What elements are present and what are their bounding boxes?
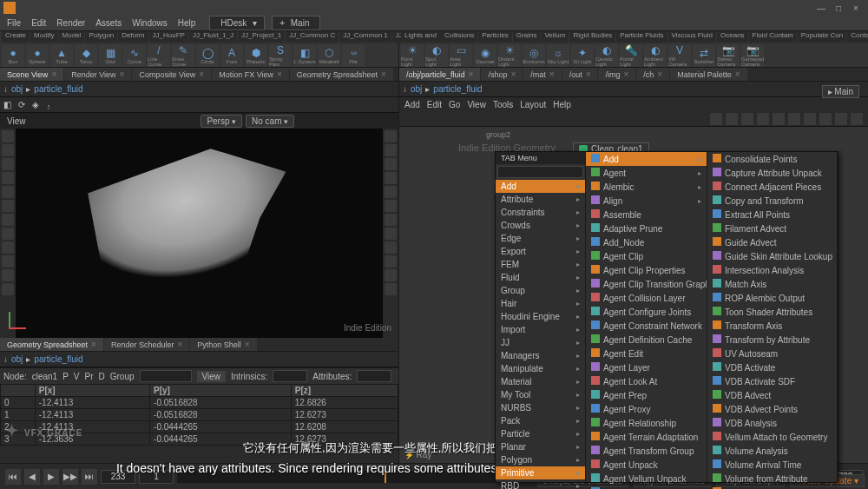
shelf-icon[interactable]: VVR Camera — [668, 44, 691, 67]
tool-icon[interactable] — [2, 241, 14, 254]
prev-frame-button[interactable]: ◀ — [24, 469, 40, 485]
tab-menu-item[interactable]: Agent Clip Properties — [586, 263, 707, 277]
shelf-icon[interactable]: 🔦Portal Light — [620, 44, 642, 67]
net-menu-item[interactable]: Go — [449, 100, 460, 109]
table-row[interactable]: 3-12.3636-0.044426512.6273 — [1, 433, 398, 446]
tab-menu-item[interactable]: Particle▸ — [496, 427, 585, 440]
shelf-icon[interactable]: SSpray Pain — [269, 44, 292, 67]
pane-tab[interactable]: Material Palette× — [670, 68, 746, 81]
tab-menu-search[interactable] — [497, 166, 583, 178]
tool-icon[interactable] — [2, 283, 14, 295]
last-frame-button[interactable]: ⏭ — [82, 469, 97, 485]
tab-menu-item[interactable]: Import▸ — [496, 323, 585, 336]
pane-tab[interactable]: Geometry Spreadsheet× — [0, 338, 103, 351]
pane-tab[interactable]: Render Scheduler× — [104, 338, 189, 351]
net-tool-icon[interactable] — [788, 113, 800, 125]
tab-menu-item[interactable]: VDB Activate SDF — [707, 374, 837, 388]
shelf-tab[interactable]: Rigid Bodies — [569, 31, 615, 43]
shelf-icon[interactable]: ✎Draw Curve — [172, 44, 194, 67]
shelf-tab[interactable]: Grains — [513, 31, 541, 43]
left-path-bar[interactable]: ↓ obj ▸ particle_fluid — [0, 82, 398, 97]
frame-input[interactable] — [101, 470, 135, 484]
net-menu-item[interactable]: Tools — [493, 100, 513, 109]
persp-dropdown[interactable]: Persp ▾ — [201, 115, 242, 128]
tab-menu-item[interactable]: Match Axis — [707, 277, 837, 291]
tab-menu-item[interactable]: Agent Relationship — [586, 416, 707, 430]
shelf-icon[interactable]: ●Box — [2, 44, 24, 67]
net-tool-icon[interactable] — [851, 113, 863, 125]
tool-icon[interactable] — [2, 130, 14, 142]
view-toolbar-icon[interactable]: ◈ — [32, 100, 39, 109]
tab-menu-item[interactable]: Alembic Group — [586, 486, 707, 489]
menu-assets[interactable]: Assets — [92, 18, 125, 28]
shelf-icon[interactable]: ⇄Switcher — [693, 44, 715, 67]
tab-menu-item[interactable]: Vellum Attach to Geometry — [707, 430, 837, 444]
net-path-obj[interactable]: obj — [411, 84, 422, 94]
tool-icon[interactable] — [385, 255, 397, 268]
shelf-icon[interactable]: ▭Area Light — [450, 44, 472, 67]
main-tab-button[interactable]: + Main — [272, 16, 320, 30]
tab-menu-item[interactable]: Filament Advect — [707, 221, 837, 235]
shelf-tab[interactable]: JJ_Project_1 — [238, 31, 285, 43]
shelf-icon[interactable]: ◉Geomet — [474, 44, 496, 67]
path-particle-fluid[interactable]: particle_fluid — [34, 84, 82, 94]
tab-menu-item[interactable]: Add_Node — [586, 235, 707, 249]
tab-menu-item[interactable]: Managers▸ — [496, 349, 585, 362]
shelf-icon[interactable]: 📷Stereo Camera — [717, 44, 740, 67]
tool-icon[interactable] — [385, 269, 397, 281]
tab-menu-item[interactable]: Crowds▸ — [496, 219, 585, 232]
tab-menu-item[interactable]: Capture Attribute Unpack — [707, 166, 837, 180]
tab-menu-item[interactable]: Agent Look At — [586, 374, 707, 388]
tab-menu-item[interactable]: JJ▸ — [496, 336, 585, 349]
tab-menu-item[interactable]: Primitive▸ — [496, 466, 585, 479]
tab-menu-item[interactable]: Volume from Attribute — [707, 472, 837, 486]
tool-icon[interactable] — [385, 283, 397, 295]
pane-tab[interactable]: Motion FX View× — [212, 68, 289, 81]
tab-menu-item[interactable]: Agent Transform Group — [586, 444, 707, 458]
tab-menu-item[interactable]: VDB Advect — [707, 388, 837, 402]
tab-menu-item[interactable]: Hair▸ — [496, 297, 585, 310]
net-menu-item[interactable]: Layout — [520, 100, 546, 109]
spread-path-obj[interactable]: obj — [11, 354, 23, 364]
group-input[interactable] — [140, 370, 192, 382]
tab-menu-item[interactable]: Agent Configure Joints — [586, 305, 707, 319]
tab-menu-item[interactable]: Intersection Analysis — [707, 263, 837, 277]
next-frame-button[interactable]: ▶▶ — [62, 469, 78, 485]
tab-menu-item[interactable]: Polygon▸ — [496, 453, 585, 466]
tab-menu-item[interactable]: Agent▸ — [586, 166, 707, 180]
net-path-bar[interactable]: ↓ obj ▸ particle_fluid ▸ Main — [399, 82, 868, 97]
shelf-icon[interactable]: AFont — [220, 44, 243, 67]
net-tool-icon[interactable] — [726, 113, 738, 125]
pane-tab[interactable]: Geometry Spreadsheet× — [290, 68, 393, 81]
tab-menu-item[interactable]: Agent Constraint Network — [586, 319, 707, 333]
mode-d[interactable]: D — [99, 372, 105, 381]
start-frame-input[interactable] — [139, 470, 174, 484]
intrinsics-input[interactable] — [273, 370, 307, 382]
mode-v[interactable]: V — [74, 372, 80, 381]
shelf-tab[interactable]: JJ_Fluid_1_J — [189, 31, 237, 43]
mode-p[interactable]: P — [62, 372, 69, 381]
tab-menu-item[interactable]: Volume Rasterize Attributes — [707, 486, 837, 489]
tab-menu-item[interactable]: RBD▸ — [496, 479, 585, 489]
shelf-icon[interactable]: ▦Grid — [99, 44, 122, 67]
tab-menu-item[interactable]: Agent Definition Cache — [586, 333, 707, 347]
tab-menu-item[interactable]: Transform by Attribute — [707, 333, 837, 347]
tab-menu-item[interactable]: Pack▸ — [496, 414, 585, 427]
tool-icon[interactable] — [385, 200, 397, 212]
tool-icon[interactable] — [2, 158, 14, 170]
pane-tab[interactable]: Scene View× — [0, 68, 63, 81]
tab-menu-item[interactable]: Guide Advect — [707, 235, 837, 249]
view-toolbar-icon[interactable]: ⍚ — [46, 100, 51, 109]
shelf-tab[interactable]: JJ_HouFP — [149, 31, 188, 43]
shelf-icon[interactable]: ▲Tube — [50, 44, 73, 67]
table-row[interactable]: 0-12.4113-0.051682812.6826 — [1, 397, 398, 409]
pane-tab[interactable]: /shop× — [481, 68, 523, 81]
shelf-icon[interactable]: ●Sphere — [26, 44, 49, 67]
table-row[interactable]: 2-12.4113-0.044426512.6208 — [1, 421, 398, 433]
tab-menu-item[interactable]: FEM▸ — [496, 258, 585, 271]
tool-icon[interactable] — [2, 228, 14, 240]
tab-menu-item[interactable]: Extract All Points — [707, 208, 837, 221]
tab-menu-item[interactable]: Agent Prep — [586, 388, 707, 402]
shelf-icon[interactable]: ⬢Platonic — [245, 44, 267, 67]
shelf-tab[interactable]: Polygon — [85, 31, 117, 43]
